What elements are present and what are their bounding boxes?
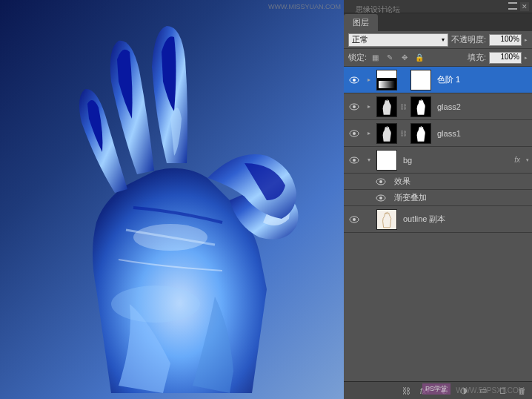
opacity-input[interactable]: 100% [489, 34, 522, 46]
effects-label: 效果 [391, 176, 529, 187]
lock-transparency-icon[interactable]: ▦ [370, 53, 380, 63]
hand-artwork [22, 7, 341, 397]
fill-input[interactable]: 100% [489, 52, 522, 64]
svg-point-13 [379, 197, 382, 200]
expand-arrow-icon[interactable]: ▸ [365, 76, 373, 83]
fx-badge[interactable]: fx [514, 156, 523, 164]
effect-name[interactable]: 渐变叠加 [391, 192, 529, 203]
layer-row[interactable]: outline 副本 [344, 206, 532, 233]
link-icon: ⛓ [400, 130, 408, 137]
canvas-area[interactable] [0, 0, 344, 399]
lock-fill-row: 锁定: ▦ ✎ ✥ 🔒 填充: 100% ▸ [344, 49, 532, 67]
visibility-eye-icon[interactable] [349, 216, 359, 223]
effects-header-row[interactable]: 效果 [344, 174, 532, 190]
layers-list: ▸ 色阶 1 ▸ ⛓ glass2 ▸ ⛓ glass1 ▾ [344, 67, 532, 381]
panel-tabs: 图层 [344, 13, 532, 31]
mask-thumbnail[interactable] [410, 96, 431, 117]
layer-name[interactable]: bg [400, 156, 511, 165]
chevron-right-icon[interactable]: ▸ [525, 55, 528, 61]
fx-expand-icon[interactable]: ▾ [526, 157, 529, 163]
svg-point-9 [353, 159, 356, 162]
svg-point-5 [353, 105, 356, 108]
visibility-eye-icon[interactable] [376, 178, 386, 185]
layer-name[interactable]: 色阶 1 [434, 74, 529, 85]
close-panel-icon[interactable]: ✕ [520, 2, 529, 11]
layer-thumbnail[interactable] [376, 96, 397, 117]
layer-thumbnail[interactable] [376, 209, 397, 230]
layer-row[interactable]: ▸ 色阶 1 [344, 67, 532, 93]
opacity-label: 不透明度: [451, 34, 486, 45]
watermark-badge: PS学堂 [422, 383, 450, 395]
fill-label: 填充: [468, 52, 486, 63]
effect-item-row[interactable]: 渐变叠加 [344, 190, 532, 206]
layer-name[interactable]: glass1 [434, 129, 529, 138]
lock-paint-icon[interactable]: ✎ [385, 53, 395, 63]
svg-point-7 [353, 132, 356, 135]
svg-point-3 [353, 79, 356, 82]
svg-point-15 [353, 218, 356, 221]
lock-icons-group: ▦ ✎ ✥ 🔒 [370, 53, 425, 63]
visibility-eye-icon[interactable] [376, 194, 386, 202]
expand-arrow-icon[interactable]: ▸ [365, 103, 373, 110]
layer-row[interactable]: ▸ ⛓ glass2 [344, 93, 532, 120]
lock-all-icon[interactable]: 🔒 [414, 53, 425, 63]
link-icon: ⛓ [400, 103, 408, 111]
chevron-right-icon[interactable]: ▸ [525, 37, 528, 43]
mask-thumbnail[interactable] [410, 123, 431, 144]
layer-name[interactable]: glass2 [434, 102, 529, 111]
lock-position-icon[interactable]: ✥ [399, 53, 410, 63]
link-layers-icon[interactable]: ⛓ [400, 385, 412, 397]
adjustment-thumbnail[interactable] [376, 70, 397, 90]
layer-row[interactable]: ▸ ⛓ glass1 [344, 120, 532, 147]
watermark-url: WWW.52PSXT.COM [456, 386, 525, 395]
blend-opacity-row: 正常 ▾ 不透明度: 100% ▸ [344, 31, 532, 49]
lock-label: 锁定: [348, 52, 367, 63]
svg-point-0 [133, 224, 207, 251]
watermark-title: 思缘设计论坛 [356, 4, 400, 15]
mask-thumbnail[interactable] [410, 70, 431, 90]
layer-row[interactable]: ▾ bg fx ▾ [344, 147, 532, 174]
visibility-eye-icon[interactable] [349, 130, 359, 137]
layer-name[interactable]: outline 副本 [400, 214, 529, 225]
blend-mode-value: 正常 [352, 34, 368, 45]
layer-thumbnail[interactable] [376, 150, 397, 171]
expand-arrow-icon[interactable]: ▾ [365, 156, 373, 163]
visibility-eye-icon[interactable] [349, 156, 359, 164]
layers-panel: ✕ 图层 正常 ▾ 不透明度: 100% ▸ 锁定: ▦ ✎ ✥ 🔒 填充: 1… [344, 0, 532, 399]
expand-arrow-icon[interactable]: ▸ [365, 130, 373, 136]
visibility-eye-icon[interactable] [349, 103, 359, 111]
svg-point-11 [379, 180, 382, 183]
collapse-icon[interactable] [508, 2, 517, 10]
svg-point-1 [111, 286, 200, 323]
watermark-url: WWW.MISSYUAN.COM [268, 3, 341, 10]
blend-mode-dropdown[interactable]: 正常 ▾ [348, 33, 448, 47]
tab-layers[interactable]: 图层 [344, 14, 378, 31]
visibility-eye-icon[interactable] [349, 76, 359, 84]
layer-thumbnail[interactable] [376, 123, 397, 144]
chevron-down-icon: ▾ [442, 36, 445, 43]
